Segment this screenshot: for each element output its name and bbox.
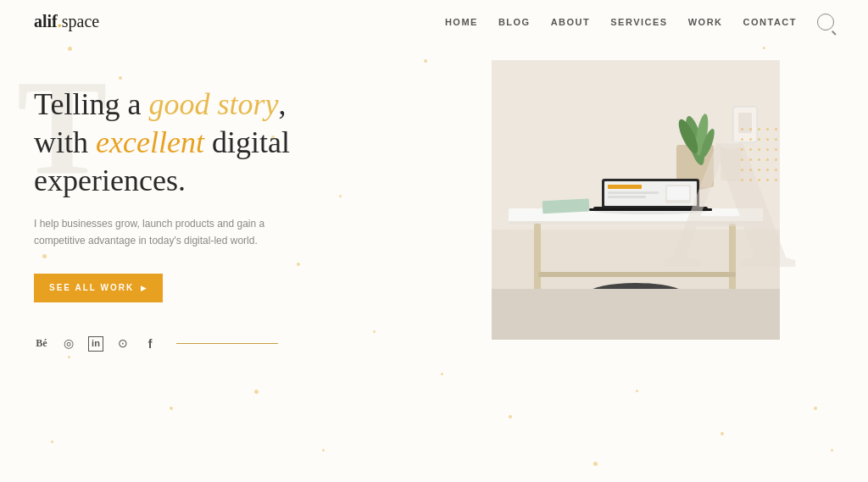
svg-rect-25 — [542, 199, 590, 214]
social-row: Bé ◎ in ⊙ f — [34, 336, 441, 352]
nav-blog[interactable]: BLOG — [498, 17, 531, 27]
logo[interactable]: alif.space — [34, 12, 99, 31]
hero-subtext: I help businesses grow, launch products … — [34, 215, 288, 250]
main-nav: HOME BLOG ABOUT SERVICES WORK CONTACT — [445, 14, 834, 30]
logo-suffix: space — [62, 12, 99, 30]
hero-left: T Telling a good story, with excellent d… — [34, 69, 441, 352]
svg-rect-19 — [608, 196, 646, 198]
social-dribbble[interactable]: ◎ — [61, 336, 76, 352]
social-instagram[interactable]: ⊙ — [115, 336, 131, 352]
nav-about[interactable]: ABOUT — [551, 17, 591, 27]
hero-heading-comma: , — [278, 87, 286, 121]
hero-right: A — [492, 60, 780, 340]
hero-heading-with: with — [34, 125, 96, 159]
hero-heading-highlight1: good story — [148, 87, 278, 121]
svg-rect-18 — [608, 191, 659, 194]
logo-text: alif.space — [34, 12, 99, 30]
header: alif.space HOME BLOG ABOUT SERVICES WORK… — [0, 0, 868, 43]
hero-heading-pre: Telling a — [34, 87, 148, 121]
search-icon[interactable] — [817, 14, 834, 30]
svg-rect-17 — [608, 185, 642, 189]
dots-grid — [741, 128, 780, 186]
nav-contact[interactable]: CONTACT — [743, 17, 797, 27]
social-behance[interactable]: Bé — [34, 336, 49, 352]
nav-services[interactable]: SERVICES — [610, 17, 667, 27]
cta-arrow-icon: ▸ — [141, 282, 147, 294]
hero-heading-highlight2: excellent — [96, 125, 204, 159]
social-facebook[interactable]: f — [142, 336, 158, 352]
social-divider-line — [176, 343, 278, 344]
cta-label: SEE ALL WORK — [49, 283, 134, 292]
hero-heading: Telling a good story, with excellent dig… — [34, 86, 441, 200]
nav-home[interactable]: HOME — [445, 17, 478, 27]
main-content: T Telling a good story, with excellent d… — [0, 43, 868, 352]
cta-button[interactable]: SEE ALL WORK ▸ — [34, 274, 163, 302]
social-linkedin[interactable]: in — [88, 336, 103, 352]
nav-work[interactable]: WORK — [688, 17, 723, 27]
